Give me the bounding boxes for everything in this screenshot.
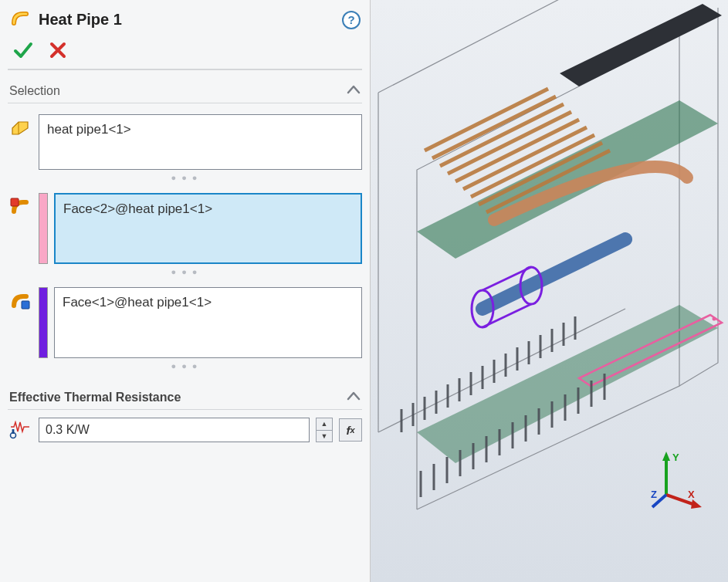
resize-grip[interactable]: ● ● ● <box>8 173 362 182</box>
svg-marker-17 <box>662 452 670 461</box>
collapse-toggle-selection[interactable] <box>347 84 361 98</box>
resistance-value: 0.3 K/W <box>46 423 90 437</box>
svg-rect-1 <box>22 301 29 309</box>
panel-header: Heat Pipe 1 ? <box>8 5 362 38</box>
param-row-resistance: 0.3 K/W ▲ ▼ fx <box>8 418 362 442</box>
section-label: Selection <box>9 84 60 98</box>
axis-z-label: Z <box>651 489 657 500</box>
color-swatch-heat-in <box>39 193 48 264</box>
component-icon <box>8 114 32 136</box>
selection-box-component[interactable]: heat pipe1<1> <box>39 114 362 170</box>
confirm-bar <box>8 38 362 70</box>
svg-rect-0 <box>11 198 19 206</box>
svg-point-13 <box>713 317 716 321</box>
resize-grip[interactable]: ● ● ● <box>8 267 362 276</box>
collapse-toggle-resistance[interactable] <box>347 391 361 404</box>
axis-x-label: X <box>688 489 695 500</box>
section-header-selection: Selection <box>8 81 362 103</box>
section-header-resistance: Effective Thermal Resistance <box>8 387 362 410</box>
svg-marker-19 <box>691 499 702 509</box>
selection-row-heat-out: Face<1>@heat pipe1<1> <box>8 287 362 358</box>
heatpipe-icon <box>9 8 31 32</box>
heat-in-icon <box>8 193 32 216</box>
selection-value: heat pipe1<1> <box>47 122 131 137</box>
section-label: Effective Thermal Resistance <box>9 391 181 404</box>
orientation-triad[interactable]: Y X Z <box>651 448 705 513</box>
resistance-input[interactable]: 0.3 K/W <box>39 418 310 442</box>
spin-up-button[interactable]: ▲ <box>317 418 332 430</box>
selection-value: Face<2>@heat pipe1<1> <box>63 201 212 216</box>
ok-button[interactable] <box>12 39 34 61</box>
axis-y-label: Y <box>672 452 679 463</box>
color-swatch-heat-out <box>39 287 48 358</box>
selection-box-heat-in[interactable]: Face<2>@heat pipe1<1> <box>54 193 362 264</box>
resistance-spinner: ▲ ▼ <box>316 418 333 442</box>
selection-row-component: heat pipe1<1> <box>8 114 362 170</box>
thermal-resistance-icon <box>8 421 32 439</box>
graphics-viewport[interactable]: Y X Z <box>371 0 728 582</box>
property-panel: Heat Pipe 1 ? Selection heat <box>0 0 371 582</box>
selection-box-heat-out[interactable]: Face<1>@heat pipe1<1> <box>54 287 362 358</box>
panel-title: Heat Pipe 1 <box>39 11 334 29</box>
selected-face-heat-out <box>483 239 625 309</box>
selection-value: Face<1>@heat pipe1<1> <box>63 295 212 310</box>
selection-row-heat-in: Face<2>@heat pipe1<1> <box>8 193 362 264</box>
help-button[interactable]: ? <box>342 11 361 29</box>
spin-down-button[interactable]: ▼ <box>317 430 332 442</box>
heat-out-icon <box>8 287 32 310</box>
cancel-button[interactable] <box>48 40 68 60</box>
fx-button[interactable]: fx <box>339 418 362 442</box>
svg-rect-3 <box>12 429 15 434</box>
resize-grip[interactable]: ● ● ● <box>8 361 362 371</box>
